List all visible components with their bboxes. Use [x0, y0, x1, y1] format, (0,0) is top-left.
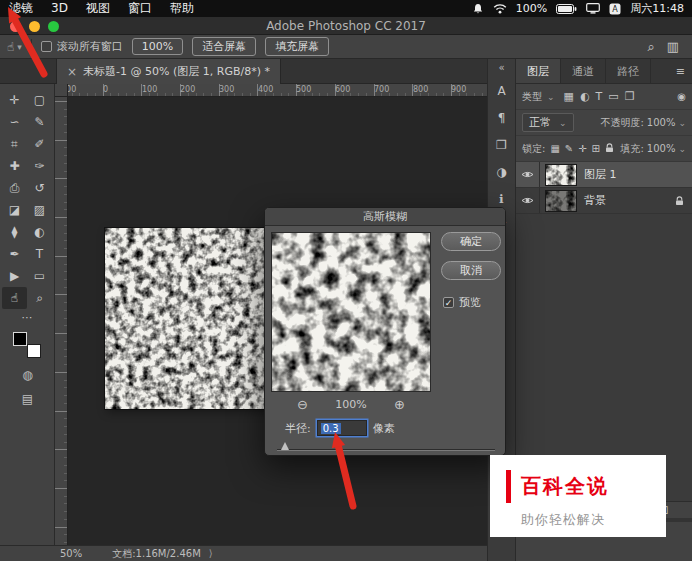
zoom-in-icon[interactable]: ⊕	[394, 397, 405, 412]
character-panel-icon[interactable]: A	[488, 77, 516, 104]
gradient-tool[interactable]: ▨	[27, 199, 52, 221]
search-icon[interactable]: ⌕	[647, 39, 654, 55]
filter-pixel-icon[interactable]: ▦	[564, 90, 574, 103]
lock-move-icon[interactable]: ✛	[578, 143, 586, 154]
layer-thumbnail[interactable]	[546, 191, 576, 211]
lasso-tool[interactable]: ∽	[2, 111, 27, 133]
fit-screen-button[interactable]: 适合屏幕	[192, 37, 256, 56]
layer-name[interactable]: 图层 1	[584, 167, 617, 182]
zoom-100-button[interactable]: 100%	[132, 38, 183, 55]
menu-view[interactable]: 视图	[77, 0, 119, 17]
expand-panels-icon[interactable]: «	[498, 59, 504, 77]
opacity-control[interactable]: 不透明度: 100% ⌄	[600, 116, 686, 130]
color-swatches	[13, 332, 41, 358]
filter-type-icon[interactable]: T	[596, 90, 603, 103]
shape-tool[interactable]: ▭	[27, 265, 52, 287]
status-popup-chevron-icon[interactable]: ⟩	[209, 548, 213, 559]
status-zoom-field[interactable]: 50%	[60, 548, 82, 559]
move-tool[interactable]: ✛	[2, 89, 27, 111]
slider-thumb[interactable]	[281, 442, 289, 450]
layer-name[interactable]: 背景	[584, 193, 606, 208]
clone-stamp-tool[interactable]: ⎙	[2, 177, 27, 199]
filter-toggle-icon[interactable]: ◉	[677, 91, 686, 102]
layer-row-background[interactable]: 背景	[516, 188, 692, 214]
zoom-tool[interactable]: ⌕	[27, 287, 52, 309]
edit-toolbar-icon[interactable]: ⋯	[0, 311, 54, 324]
quick-mask-icon[interactable]: ◍	[0, 368, 55, 382]
close-window-button[interactable]	[10, 21, 21, 32]
panel-menu-icon[interactable]: ≡	[669, 59, 692, 83]
crop-tool[interactable]: ⌗	[2, 133, 27, 155]
lock-transparency-icon[interactable]: ▦	[550, 143, 559, 154]
display-mirroring-icon[interactable]	[586, 3, 600, 14]
minimize-window-button[interactable]	[29, 21, 40, 32]
eyedropper-tool[interactable]: ✐	[27, 133, 52, 155]
quick-selection-tool[interactable]: ✎	[27, 111, 52, 133]
dialog-titlebar[interactable]: 高斯模糊	[265, 208, 505, 226]
visibility-eye-icon[interactable]	[516, 188, 540, 213]
filter-shape-icon[interactable]: ▭	[608, 90, 618, 103]
type-tool[interactable]: T	[27, 243, 52, 265]
radius-input[interactable]: 0.3	[317, 420, 367, 436]
background-color-swatch[interactable]	[27, 344, 41, 358]
menu-filter[interactable]: 滤镜	[0, 0, 42, 17]
zoom-out-icon[interactable]: ⊖	[297, 397, 308, 412]
libraries-panel-icon[interactable]: ❐	[488, 131, 516, 158]
screen-mode-icon[interactable]: ▤	[0, 392, 55, 406]
filter-adjustment-icon[interactable]: ◐	[580, 90, 590, 103]
visibility-eye-icon[interactable]	[516, 162, 540, 187]
lock-paint-icon[interactable]: ✎	[565, 143, 573, 154]
hand-tool-icon: ☝	[7, 40, 14, 54]
adjustments-panel-icon[interactable]: ◑	[488, 158, 516, 185]
notification-bell-icon[interactable]	[472, 3, 484, 15]
tab-channels[interactable]: 通道	[561, 59, 606, 83]
pen-tool[interactable]: ✒	[2, 243, 27, 265]
hand-tool[interactable]: ☝	[2, 287, 27, 309]
filter-smart-icon[interactable]: ❒	[625, 90, 635, 103]
dodge-tool[interactable]: ◐	[27, 221, 52, 243]
document-tab[interactable]: × 未标题-1 @ 50% (图层 1, RGB/8*) *	[56, 59, 281, 84]
menubar-clock[interactable]: 周六11:48	[630, 1, 684, 16]
workspace-switcher-icon[interactable]: ▥	[667, 39, 679, 54]
menu-window[interactable]: 窗口	[119, 0, 161, 17]
close-tab-icon[interactable]: ×	[67, 65, 77, 79]
photoshop-screen: 滤镜 3D 视图 窗口 帮助 100% A 周六11:48 Adobe Phot…	[0, 0, 692, 561]
menu-3d[interactable]: 3D	[42, 0, 77, 17]
fill-control[interactable]: 填充: 100% ⌄	[620, 142, 686, 156]
fill-screen-button[interactable]: 填充屏幕	[265, 37, 329, 56]
kind-dropdown[interactable]: 类型	[522, 90, 542, 104]
input-source-icon[interactable]: A	[609, 3, 621, 15]
layer-row-layer1[interactable]: 图层 1	[516, 162, 692, 188]
scroll-all-windows-checkbox[interactable]	[41, 41, 52, 52]
window-titlebar[interactable]: Adobe Photoshop CC 2017	[0, 17, 692, 35]
preview-noise	[272, 233, 430, 391]
ok-button[interactable]: 确定	[441, 232, 501, 251]
blur-preview[interactable]	[271, 232, 431, 392]
battery-icon[interactable]	[556, 4, 577, 14]
ruler-label: 200	[180, 85, 195, 94]
tool-preset-dropdown[interactable]: ☝ ▾	[7, 40, 22, 54]
cancel-button[interactable]: 取消	[441, 261, 501, 280]
wifi-icon[interactable]	[493, 3, 507, 14]
blend-mode-dropdown[interactable]: 正常 ⌄	[522, 113, 574, 132]
layer-thumbnail[interactable]	[546, 165, 576, 185]
radius-slider[interactable]	[277, 449, 495, 451]
zoom-window-button[interactable]	[48, 21, 59, 32]
healing-brush-tool[interactable]: ✚	[2, 155, 27, 177]
history-brush-tool[interactable]: ↺	[27, 177, 52, 199]
brush-tool[interactable]: ✑	[27, 155, 52, 177]
blur-tool[interactable]: ⧫	[2, 221, 27, 243]
lock-all-icon[interactable]	[605, 143, 614, 155]
tab-paths[interactable]: 路径	[606, 59, 651, 83]
menu-help[interactable]: 帮助	[161, 0, 203, 17]
radius-value: 0.3	[321, 423, 341, 434]
foreground-color-swatch[interactable]	[13, 332, 27, 346]
path-selection-tool[interactable]: ▶	[2, 265, 27, 287]
preview-checkbox[interactable]: ✓	[443, 297, 454, 308]
eraser-tool[interactable]: ◪	[2, 199, 27, 221]
tab-layers[interactable]: 图层	[516, 59, 561, 83]
paragraph-panel-icon[interactable]: ¶	[488, 104, 516, 131]
tool-options-bar: ☝ ▾ 滚动所有窗口 100% 适合屏幕 填充屏幕 ⌕ ▥	[0, 35, 692, 59]
lock-artboard-icon[interactable]: ⊞	[592, 143, 600, 154]
marquee-tool[interactable]: ▢	[27, 89, 52, 111]
